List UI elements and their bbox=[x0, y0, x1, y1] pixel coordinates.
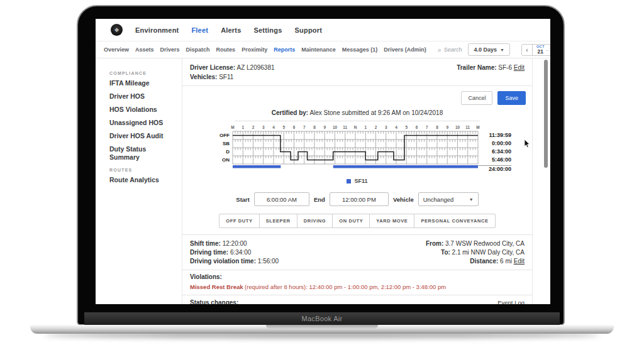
topnav-item-settings[interactable]: Settings bbox=[254, 26, 282, 34]
sidebar-heading-compliance: COMPLIANCE bbox=[109, 71, 182, 75]
distance-edit-link[interactable]: Edit bbox=[514, 258, 525, 265]
violation-name: Missed Rest Break bbox=[190, 283, 243, 290]
search-input[interactable]: ⌕ Search bbox=[438, 47, 462, 53]
status-button-sleeper[interactable]: SLEEPER bbox=[259, 214, 297, 228]
chart-row-label-sb: SB bbox=[186, 140, 230, 148]
subnav-item-maintenance[interactable]: Maintenance bbox=[301, 47, 336, 53]
brand-logo-icon[interactable]: ❖ bbox=[111, 24, 123, 36]
report-sidebar: COMPLIANCEIFTA MileageDriver HOSHOS Viol… bbox=[96, 58, 182, 304]
save-button[interactable]: Save bbox=[497, 91, 526, 105]
sidebar-heading-routes: ROUTES bbox=[109, 168, 182, 172]
chart-hour-label: 4 bbox=[272, 125, 275, 129]
driver-header: Driver License: AZ L2096381 Vehicles: SF… bbox=[182, 58, 532, 86]
mouse-cursor bbox=[524, 140, 531, 148]
vehicles-line: Vehicles: SF11 bbox=[190, 72, 275, 82]
end-time-input[interactable] bbox=[330, 192, 389, 206]
status-button-off-duty[interactable]: OFF DUTY bbox=[219, 214, 259, 228]
subnav-item-messages-1[interactable]: Messages (1) bbox=[342, 47, 378, 53]
sidebar-item-unassigned-hos[interactable]: Unassigned HOS bbox=[109, 119, 172, 127]
chart-hour-label: 9 bbox=[323, 125, 326, 129]
brand-glyph: ❖ bbox=[114, 27, 119, 33]
chart-grid-lines bbox=[233, 131, 478, 164]
date-range-picker: ‹ OCT 21 - OCT 24 › bbox=[521, 44, 550, 56]
sidebar-item-driver-hos-audit[interactable]: Driver HOS Audit bbox=[109, 132, 172, 140]
edit-actions: Cancel Save bbox=[182, 86, 532, 107]
from-label: From: bbox=[426, 240, 443, 247]
end-label: End bbox=[314, 196, 325, 203]
topnav-item-support[interactable]: Support bbox=[295, 26, 323, 34]
trailer-info: Trailer Name: SF-6 Edit bbox=[457, 63, 525, 82]
date-end: OCT 24 bbox=[550, 45, 550, 55]
driving-time-label: Driving time: bbox=[190, 249, 228, 256]
topnav-item-environment[interactable]: Environment bbox=[135, 26, 179, 34]
event-log-link[interactable]: Event Log bbox=[497, 299, 525, 304]
status-changes-header: Status changes: Event Log bbox=[182, 295, 532, 304]
subnav-item-routes[interactable]: Routes bbox=[216, 47, 236, 53]
start-time-input[interactable] bbox=[254, 192, 309, 206]
subnav-item-overview[interactable]: Overview bbox=[104, 47, 129, 53]
status-button-on-duty[interactable]: ON DUTY bbox=[332, 214, 370, 228]
subnav-item-proximity[interactable]: Proximity bbox=[242, 47, 267, 53]
topnav-item-fleet[interactable]: Fleet bbox=[191, 26, 208, 34]
chart-hour-label: 2 bbox=[252, 125, 255, 129]
driver-info: Driver License: AZ L2096381 Vehicles: SF… bbox=[190, 63, 275, 82]
driver-hos-panel: Driver License: AZ L2096381 Vehicles: SF… bbox=[182, 58, 533, 304]
shift-summary-left: Shift time: 12:20:00 Driving time: 6:34:… bbox=[190, 239, 279, 266]
subnav-item-assets[interactable]: Assets bbox=[135, 47, 154, 53]
driver-license-label: Driver License: bbox=[190, 64, 235, 71]
trailer-label: Trailer Name: bbox=[457, 64, 496, 71]
vehicle-assignment-bar bbox=[333, 165, 478, 168]
subnav-item-drivers-admin[interactable]: Drivers (Admin) bbox=[384, 47, 426, 53]
chart-hour-label: 2 bbox=[375, 125, 377, 129]
trailer-edit-link[interactable]: Edit bbox=[514, 64, 525, 71]
date-start-day: 21 bbox=[538, 49, 543, 55]
chevron-down-icon: ▼ bbox=[469, 197, 474, 202]
date-end-month: OCT bbox=[550, 45, 550, 49]
laptop-hinge: MacBook Air bbox=[84, 312, 560, 326]
subnav-item-drivers[interactable]: Drivers bbox=[160, 47, 180, 53]
sub-nav-items: OverviewAssetsDriversDispatchRoutesProxi… bbox=[104, 47, 426, 53]
chart-legend: SF11 bbox=[182, 178, 532, 184]
duty-status-button-group: OFF DUTYSLEEPERDRIVINGON DUTYYARD MOVEPE… bbox=[182, 214, 532, 228]
chart-hour-label: 6 bbox=[293, 125, 296, 129]
certified-line: Certified by: Alex Stone submitted at 9:… bbox=[182, 109, 532, 116]
chart-hour-label: 10 bbox=[455, 125, 460, 129]
prev-date-button[interactable]: ‹ bbox=[521, 44, 533, 56]
driving-violation-time-value: 1:56:00 bbox=[258, 258, 279, 265]
shift-time-label: Shift time: bbox=[190, 240, 221, 247]
top-nav: ❖ EnvironmentFleetAlertsSettingsSupport bbox=[96, 19, 550, 41]
topnav-item-alerts[interactable]: Alerts bbox=[221, 26, 241, 34]
sidebar-item-hos-violations[interactable]: HOS Violations bbox=[109, 106, 172, 114]
chart-hour-label: 5 bbox=[282, 125, 285, 129]
sidebar-item-ifta-mileage[interactable]: IFTA Mileage bbox=[109, 79, 172, 87]
sidebar-item-route-analytics[interactable]: Route Analytics bbox=[109, 176, 172, 184]
chart-hour-label: 3 bbox=[385, 125, 387, 129]
status-button-yard-move[interactable]: YARD MOVE bbox=[369, 214, 414, 228]
chart-row-label-on: ON bbox=[186, 156, 230, 164]
date-range-display[interactable]: OCT 21 - OCT 24 bbox=[533, 44, 550, 56]
subnav-item-dispatch[interactable]: Dispatch bbox=[186, 47, 210, 53]
laptop-base-notch bbox=[266, 325, 378, 329]
vertical-scrollbar[interactable] bbox=[544, 60, 548, 168]
vehicle-select[interactable]: Unchanged ▼ bbox=[418, 192, 479, 206]
status-button-personal-conveyance[interactable]: PERSONAL CONVEYANCE bbox=[414, 214, 495, 228]
app-screen: ❖ EnvironmentFleetAlertsSettingsSupport … bbox=[96, 19, 550, 304]
sidebar-item-duty-status-summary[interactable]: Duty Status Summary bbox=[109, 145, 172, 162]
subnav-item-reports[interactable]: Reports bbox=[274, 47, 295, 53]
days-selector-dropdown[interactable]: 4.0 Days ▼ bbox=[468, 43, 509, 56]
chart-hour-label: 1 bbox=[242, 125, 244, 129]
driving-violation-time-label: Driving violation time: bbox=[190, 258, 256, 265]
vehicle-label: Vehicle bbox=[393, 196, 414, 203]
hos-grid-svg bbox=[233, 131, 478, 169]
certified-value: Alex Stone submitted at 9:26 AM on 10/24… bbox=[309, 109, 443, 116]
shift-time-value: 12:20:00 bbox=[223, 240, 247, 247]
status-button-driving[interactable]: DRIVING bbox=[297, 214, 333, 228]
status-changes-heading: Status changes: bbox=[190, 299, 238, 304]
to-label: To: bbox=[441, 249, 450, 256]
vehicle-select-value: Unchanged bbox=[423, 196, 454, 203]
date-start: OCT 21 bbox=[536, 45, 545, 55]
cancel-button[interactable]: Cancel bbox=[461, 91, 492, 105]
chart-hour-label: 3 bbox=[262, 125, 265, 129]
sidebar-item-driver-hos[interactable]: Driver HOS bbox=[109, 92, 172, 101]
violation-item: Missed Rest Break (required after 8 hour… bbox=[190, 283, 525, 290]
